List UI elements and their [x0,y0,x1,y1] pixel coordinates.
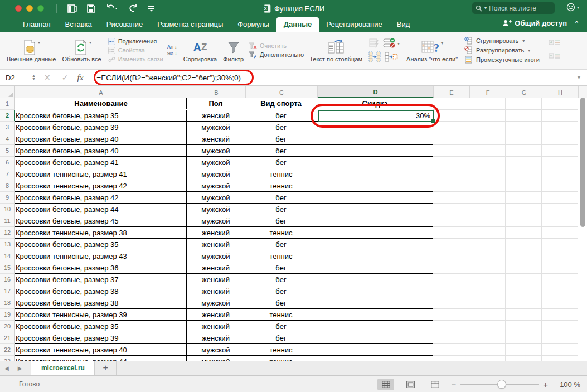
cell-D16[interactable] [317,274,433,285]
cell-H21[interactable] [542,332,578,344]
cell-E1[interactable] [433,98,469,110]
page-layout-view-button[interactable] [402,379,419,390]
cell-F5[interactable] [469,145,506,157]
cell-A21[interactable]: Кроссовки беговые, размер 39 [14,332,187,344]
cell-A13[interactable]: Кроссовки беговые, размер 35 [14,239,187,250]
cell-A8[interactable]: Кроссовки теннисные, размер 42 [14,180,187,192]
tab-view[interactable]: Вид [390,17,418,32]
cell-D11[interactable] [317,215,433,227]
cell-A9[interactable]: Кроссовки беговые, размер 42 [14,192,187,204]
cell-E18[interactable] [433,297,469,309]
customize-toolbar-icon[interactable] [148,5,155,12]
cell-F20[interactable] [469,321,506,332]
tab-insert[interactable]: Вставка [57,17,99,32]
normal-view-button[interactable] [377,379,394,390]
cell-G17[interactable] [506,285,542,297]
cell-C22[interactable]: теннис [245,344,317,356]
cell-C13[interactable]: бег [245,239,317,250]
cell-C14[interactable]: теннис [245,250,317,262]
cell-G20[interactable] [506,321,542,332]
cell-B10[interactable]: мужской [187,204,245,215]
cell-B14[interactable]: мужской [187,250,245,262]
cell-F1[interactable] [469,98,506,110]
cell-B9[interactable]: мужской [187,192,245,204]
cell-G7[interactable] [506,168,542,180]
minimize-window-button[interactable] [26,5,33,12]
cell-D6[interactable] [317,157,433,168]
row-header-7[interactable]: 7 [0,168,15,180]
cell-F11[interactable] [469,215,506,227]
page-break-view-button[interactable] [426,379,443,390]
cell-B2[interactable]: женский [187,110,245,122]
cell-B8[interactable]: мужской [187,180,245,192]
cell-C5[interactable]: бег [245,145,317,157]
cell-D7[interactable] [317,168,433,180]
cell-F9[interactable] [469,192,506,204]
cell-H5[interactable] [542,145,578,157]
what-if-analysis-button[interactable]: ?▾ Анализ "что если" [404,37,460,64]
cell-F12[interactable] [469,227,506,239]
cell-E12[interactable] [433,227,469,239]
cell-D22[interactable] [317,344,433,356]
cell-H1[interactable] [542,98,578,110]
cell-A7[interactable]: Кроссовки теннисные, размер 41 [14,168,187,180]
group-button[interactable]: Сгруппировать▾ [464,37,540,45]
tab-data[interactable]: Данные [276,17,319,32]
cell-A23[interactable]: Кроссовки теннисные, размер 44 [14,356,187,361]
tab-home[interactable]: Главная [16,17,57,32]
zoom-slider[interactable]: − + [451,380,548,389]
cell-G1[interactable] [506,98,542,110]
cell-H8[interactable] [542,180,578,192]
cell-E3[interactable] [433,122,469,133]
cell-F7[interactable] [469,168,506,180]
row-header-18[interactable]: 18 [0,297,15,309]
name-box[interactable]: D2 ▲▼ [0,74,38,82]
insert-function-icon[interactable]: fx [74,73,89,83]
cell-C10[interactable]: бег [245,204,317,215]
connections-button[interactable]: Подключения [108,38,163,45]
cell-C16[interactable]: бег [245,274,317,285]
cell-G18[interactable] [506,297,542,309]
row-header-1[interactable]: 1 [0,98,15,110]
cell-B11[interactable]: мужской [187,215,245,227]
cell-H10[interactable] [542,204,578,215]
cell-E5[interactable] [433,145,469,157]
cell-G6[interactable] [506,157,542,168]
cell-B20[interactable]: женский [187,321,245,332]
cell-F13[interactable] [469,239,506,250]
confirm-entry-icon[interactable]: ✓ [56,73,74,82]
cell-B3[interactable]: мужской [187,122,245,133]
cell-F22[interactable] [469,344,506,356]
cell-H16[interactable] [542,274,578,285]
sort-descending-button[interactable]: Яа↓ [167,51,177,56]
cell-F17[interactable] [469,285,506,297]
data-validation-button[interactable]: ▾ [383,38,400,49]
cell-G3[interactable] [506,122,542,133]
cell-C3[interactable]: бег [245,122,317,133]
cell-B6[interactable]: мужской [187,157,245,168]
column-header-B[interactable]: B [187,86,246,98]
cell-G19[interactable] [506,309,542,321]
cell-F2[interactable] [469,110,506,122]
zoom-in-icon[interactable]: + [543,380,548,389]
select-all-corner[interactable] [0,86,15,98]
cell-G11[interactable] [506,215,542,227]
cell-A12[interactable]: Кроссовки теннисные, размер 38 [14,227,187,239]
cell-B17[interactable]: женский [187,285,245,297]
cell-D18[interactable] [317,297,433,309]
cell-E23[interactable] [433,356,469,361]
cell-D12[interactable] [317,227,433,239]
cell-F21[interactable] [469,332,506,344]
cell-F14[interactable] [469,250,506,262]
row-header-21[interactable]: 21 [0,332,15,344]
cell-A16[interactable]: Кроссовки беговые, размер 37 [14,274,187,285]
column-header-F[interactable]: F [470,86,506,98]
cell-H7[interactable] [542,168,578,180]
cell-D8[interactable] [317,180,433,192]
cell-C15[interactable]: бег [245,262,317,274]
cell-D4[interactable] [317,133,433,145]
cell-A19[interactable]: Кроссовки теннисные, размер 39 [14,309,187,321]
consolidate-icon[interactable] [368,51,381,62]
cell-F10[interactable] [469,204,506,215]
formula-input[interactable]: =ЕСЛИ(И(B2="женский";C2="бег");30%;0) [89,74,241,82]
